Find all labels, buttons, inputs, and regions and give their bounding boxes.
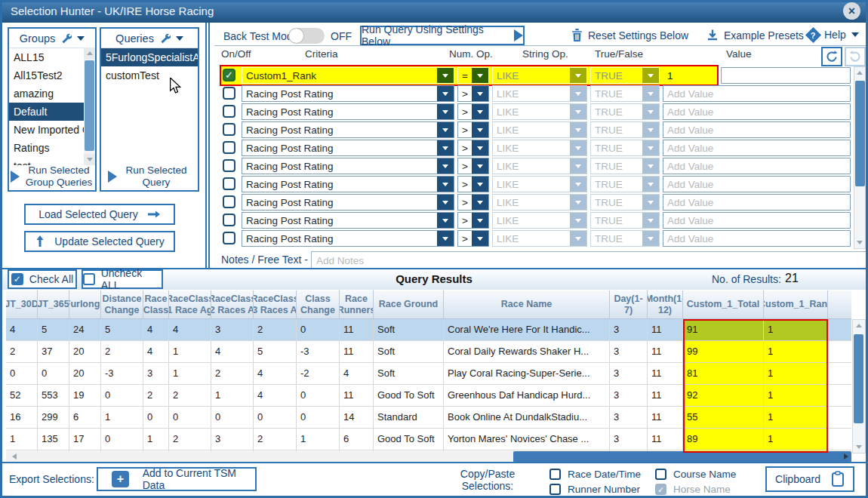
num-op-select[interactable]: > xyxy=(457,140,489,156)
num-op-select[interactable]: > xyxy=(457,212,489,229)
scroll-up-icon[interactable] xyxy=(854,67,865,78)
string-op-select[interactable]: LIKE xyxy=(492,176,587,192)
unchecked-checkbox-icon[interactable] xyxy=(655,469,666,480)
column-header[interactable]: Race Class xyxy=(143,290,169,318)
table-row[interactable]: 1135170123216Good To SoftYorton Mares' N… xyxy=(6,429,851,450)
row-onoff-checkbox[interactable] xyxy=(223,177,235,190)
criteria-select[interactable]: Racing Post Rating xyxy=(242,85,454,102)
run-group-queries-button[interactable]: Run Selected Group Queries xyxy=(9,164,95,189)
run-query-button[interactable]: Run Query Using Settings Below xyxy=(360,26,525,45)
value-input[interactable] xyxy=(663,230,851,247)
string-op-select[interactable]: LIKE xyxy=(492,194,587,211)
num-op-select[interactable]: > xyxy=(457,85,489,102)
copy-option-runner-number[interactable]: Runner Number xyxy=(549,484,640,495)
groups-panel-header[interactable]: Groups xyxy=(9,29,95,48)
value-input[interactable] xyxy=(663,121,851,138)
num-op-select[interactable]: > xyxy=(457,103,489,120)
true-false-select[interactable]: TRUE xyxy=(590,176,660,192)
scroll-down-icon[interactable] xyxy=(854,237,865,248)
group-list-item[interactable]: Default xyxy=(9,103,84,121)
uncheck-all-button[interactable]: Uncheck ALL xyxy=(82,269,163,289)
column-header[interactable]: Distance Change xyxy=(101,290,143,318)
column-header[interactable]: Class Change xyxy=(297,290,340,318)
string-op-select[interactable]: LIKE xyxy=(492,140,587,156)
column-header[interactable]: Race Ground xyxy=(374,290,444,318)
true-false-select[interactable]: TRUE xyxy=(590,158,660,174)
column-header[interactable]: Custom_1_Rank xyxy=(764,290,828,318)
query-list-item[interactable]: customTest xyxy=(101,66,198,85)
column-header[interactable]: JT_30D xyxy=(6,290,38,318)
scroll-down-icon[interactable] xyxy=(853,441,865,453)
true-false-select[interactable]: TRUE xyxy=(590,85,660,102)
reset-settings-button[interactable]: Reset Settings Below xyxy=(571,29,688,42)
row-onoff-checkbox[interactable] xyxy=(223,159,235,172)
scroll-left-icon[interactable] xyxy=(12,453,17,460)
true-false-select[interactable]: TRUE xyxy=(590,194,660,211)
copy-option-course-name[interactable]: Course Name xyxy=(655,469,736,480)
row-onoff-checkbox[interactable] xyxy=(223,123,235,136)
row-onoff-checkbox[interactable] xyxy=(223,87,235,100)
column-header[interactable]: RaceClass 3 Races A xyxy=(254,290,297,318)
criteria-select[interactable]: Racing Post Rating xyxy=(242,176,454,192)
column-header[interactable]: Day(1-7) xyxy=(610,290,648,318)
example-presets-button[interactable]: Example Presets xyxy=(706,29,804,42)
add-to-tsm-button[interactable]: + Add to Current TSM Data xyxy=(97,467,257,491)
row-onoff-checkbox[interactable] xyxy=(223,232,235,244)
true-false-select[interactable]: TRUE xyxy=(590,121,660,138)
true-false-select[interactable]: TRUE xyxy=(590,67,660,84)
value-input[interactable] xyxy=(663,176,851,192)
update-selected-query-button[interactable]: Update Selected Query xyxy=(24,231,175,252)
num-op-select[interactable]: > xyxy=(457,194,489,211)
load-selected-query-button[interactable]: Load Selected Query xyxy=(24,204,175,225)
group-list-item[interactable]: amazing xyxy=(9,85,84,103)
redo-button[interactable] xyxy=(845,47,866,66)
num-op-select[interactable]: > xyxy=(457,158,489,174)
check-all-button[interactable]: ✓ Check All xyxy=(8,269,77,289)
criteria-select[interactable]: Racing Post Rating xyxy=(242,230,454,247)
column-header[interactable]: RaceClass 1 Race Ag xyxy=(169,290,211,318)
value-input[interactable] xyxy=(663,194,851,211)
unchecked-checkbox-icon[interactable] xyxy=(549,484,561,495)
string-op-select[interactable]: LIKE xyxy=(492,158,587,174)
true-false-select[interactable]: TRUE xyxy=(590,103,660,120)
copy-option-race-date-time[interactable]: Race Date/Time xyxy=(549,469,641,480)
copy-option-horse-name[interactable]: ✓Horse Name xyxy=(655,484,731,495)
scrollbar-thumb[interactable] xyxy=(854,334,863,423)
column-header[interactable]: JT_365 xyxy=(38,290,69,318)
criteria-scrollbar[interactable] xyxy=(854,66,866,249)
checked-checkbox-icon[interactable]: ✓ xyxy=(655,484,666,495)
scroll-up-icon[interactable] xyxy=(853,320,865,331)
num-op-select[interactable]: > xyxy=(457,230,489,247)
table-row[interactable]: 452454432011SoftCoral We're Here For It … xyxy=(6,319,851,341)
criteria-select[interactable]: Custom1_Rank xyxy=(242,67,454,84)
num-op-select[interactable]: = xyxy=(457,67,489,84)
criteria-select[interactable]: Racing Post Rating xyxy=(242,212,454,229)
string-op-select[interactable]: LIKE xyxy=(492,67,587,84)
close-icon[interactable]: × xyxy=(843,2,860,20)
column-header[interactable]: Custom_1_Total xyxy=(683,290,764,318)
column-header[interactable]: Month(1-12) xyxy=(648,290,683,318)
true-false-select[interactable]: TRUE xyxy=(590,230,660,247)
group-list-item[interactable]: New Imported Qu xyxy=(9,121,84,139)
true-false-select[interactable]: TRUE xyxy=(590,140,660,156)
scroll-up-icon[interactable] xyxy=(84,48,95,59)
undo-button[interactable] xyxy=(821,47,842,66)
criteria-select[interactable]: Racing Post Rating xyxy=(242,103,454,120)
criteria-select[interactable]: Racing Post Rating xyxy=(242,194,454,211)
query-list-item[interactable]: 5FurlongSpecialistA xyxy=(101,48,198,66)
groups-scrollbar[interactable] xyxy=(84,48,95,165)
scroll-right-icon[interactable] xyxy=(844,453,848,460)
row-onoff-checkbox[interactable] xyxy=(223,105,235,118)
value-input[interactable] xyxy=(663,140,851,156)
unchecked-checkbox-icon[interactable] xyxy=(549,469,561,480)
string-op-select[interactable]: LIKE xyxy=(492,230,587,247)
help-button[interactable]: ? Help xyxy=(808,29,859,41)
table-row[interactable]: 525531902214011Good To SoftGreenhous Daf… xyxy=(6,385,851,407)
criteria-select[interactable]: Racing Post Rating xyxy=(242,140,454,156)
value-input[interactable] xyxy=(663,212,851,229)
group-list-item[interactable]: Ratings xyxy=(9,139,84,157)
queries-panel-header[interactable]: Queries xyxy=(101,29,198,48)
table-row[interactable]: 2372024145-311SoftCoral Daily Rewards Sh… xyxy=(6,341,851,363)
clipboard-button[interactable]: Clipboard xyxy=(765,466,854,492)
results-horizontal-scrollbar[interactable] xyxy=(6,451,851,463)
